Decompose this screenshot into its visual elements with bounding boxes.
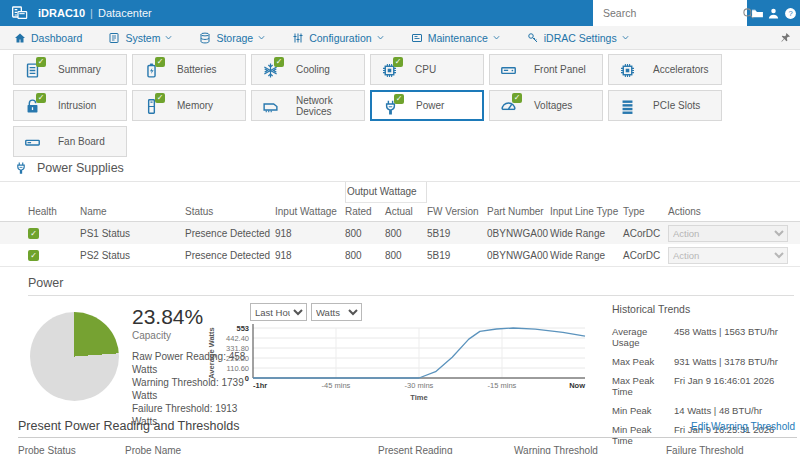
tile-front-panel[interactable]: Front Panel <box>489 54 603 85</box>
svg-text:-1hr: -1hr <box>253 381 267 390</box>
tile-voltages[interactable]: ✓Voltages <box>489 90 603 121</box>
col-status: Status <box>185 206 275 217</box>
chevron-down-icon <box>621 33 630 42</box>
cell: 800 <box>385 228 427 239</box>
top-bar: iDRAC10 | Datacenter ? <box>0 0 800 26</box>
health-cell: ✓ <box>28 249 80 261</box>
action-select[interactable]: Action <box>668 247 788 264</box>
svg-text:?: ? <box>788 9 792 18</box>
cell: 5B19 <box>427 250 487 261</box>
nav-item-storage[interactable]: Storage <box>199 32 266 44</box>
health-ok-badge: ✓ <box>394 94 404 104</box>
trend-value: 931 Watts | 3178 BTU/hr <box>674 356 797 367</box>
chevron-down-icon <box>376 33 385 42</box>
idrac-logo-icon <box>10 5 30 21</box>
nav-item-label: Configuration <box>309 32 371 44</box>
user-icon[interactable] <box>767 7 780 20</box>
power-supplies-column-headers: HealthNameStatusInput WattageRatedActual… <box>0 202 800 222</box>
health-ok-badge: ✓ <box>393 57 403 67</box>
svg-text:Average Watts: Average Watts <box>207 327 216 379</box>
cell: 0BYNWGA00 <box>487 228 550 239</box>
tile-cooling[interactable]: ✓Cooling <box>251 54 365 85</box>
tile-label: Front Panel <box>534 55 586 84</box>
historical-trend-row: Average Usage458 Watts | 1563 BTU/hr <box>612 326 797 348</box>
nav-item-dashboard[interactable]: Dashboard <box>14 32 82 44</box>
power-supply-row: ✓PS2 StatusPresence Detected9188008005B1… <box>0 244 800 267</box>
svg-text:-45 mins: -45 mins <box>322 381 351 390</box>
idrac-power-page: iDRAC10 | Datacenter ? DashboardSystemSt… <box>0 0 800 454</box>
hardware-tile-grid: ✓Summary✓Batteries✓Cooling✓CPUFront Pane… <box>13 54 793 162</box>
nav-item-maintenance[interactable]: Maintenance <box>411 32 501 44</box>
col-input-line-type: Input Line Type <box>550 206 623 217</box>
col-health: Health <box>28 206 80 217</box>
svg-text:Time: Time <box>410 393 427 402</box>
historical-trend-row: Min Peak14 Watts | 48 BTU/hr <box>612 405 797 416</box>
pin-icon[interactable] <box>780 32 791 43</box>
chevron-down-icon <box>492 33 501 42</box>
cell: Presence Detected <box>185 250 275 261</box>
help-icon[interactable]: ? <box>784 7 797 20</box>
edit-warning-threshold-link[interactable]: Edit Warning Threshold <box>691 421 795 432</box>
cell: ACorDC <box>623 228 668 239</box>
health-ok-badge: ✓ <box>512 93 522 103</box>
power-section-title: Power <box>28 276 63 290</box>
maintenance-icon <box>411 32 423 44</box>
tile-label: Cooling <box>296 55 330 84</box>
tile-power[interactable]: ✓Power <box>370 90 484 121</box>
power-supplies-table: Output Wattage HealthNameStatusInput Wat… <box>0 181 800 267</box>
nav-item-system[interactable]: System <box>108 32 173 44</box>
col-input-wattage: Input Wattage <box>275 206 345 217</box>
tile-fan-board[interactable]: Fan Board <box>13 126 127 157</box>
tile-network-devices[interactable]: Network Devices <box>251 90 365 121</box>
nav-item-label: iDRAC Settings <box>544 32 617 44</box>
tile-label: Network Devices <box>296 91 364 120</box>
tile-label: Power <box>416 92 444 119</box>
tile-summary[interactable]: ✓Summary <box>13 54 127 85</box>
tile-pcie-slots[interactable]: PCIe Slots <box>608 90 722 121</box>
health-ok-badge: ✓ <box>36 57 46 67</box>
action-select[interactable]: Action <box>668 225 788 242</box>
chevron-down-icon <box>164 33 173 42</box>
output-wattage-group-header: Output Wattage <box>345 182 427 203</box>
console-icon[interactable] <box>751 7 764 20</box>
svg-text:-15 mins: -15 mins <box>488 381 517 390</box>
trend-label: Average Usage <box>612 326 674 348</box>
tile-cpu[interactable]: ✓CPU <box>370 54 484 85</box>
thresholds-divider <box>18 437 797 438</box>
panel-icon <box>500 62 517 79</box>
tile-label: Voltages <box>534 91 572 120</box>
tile-label: Memory <box>177 91 213 120</box>
svg-text:221.20: 221.20 <box>226 354 249 363</box>
search-input[interactable] <box>593 0 742 26</box>
svg-text:110.60: 110.60 <box>227 364 249 373</box>
svg-text:442.40: 442.40 <box>226 334 249 343</box>
trend-label: Max Peak Time <box>612 375 674 397</box>
tile-batteries[interactable]: ✓Batteries <box>132 54 246 85</box>
tile-memory[interactable]: ✓Memory <box>132 90 246 121</box>
col-actions: Actions <box>668 206 800 217</box>
col-probe-status: Probe Status <box>18 441 125 454</box>
trend-value: 14 Watts | 48 BTU/hr <box>674 405 797 416</box>
svg-text:331.80: 331.80 <box>226 344 249 353</box>
power-supplies-title: Power Supplies <box>37 161 124 175</box>
tile-accelerators[interactable]: Accelerators <box>608 54 722 85</box>
main-nav: DashboardSystemStorageConfigurationMaint… <box>0 26 800 50</box>
key-icon <box>527 32 539 44</box>
trend-label: Min Peak <box>612 405 674 416</box>
col-actual: Actual <box>385 206 427 217</box>
tile-label: Batteries <box>177 55 216 84</box>
svg-text:Now: Now <box>569 381 585 390</box>
chip-icon <box>619 62 636 79</box>
tile-intrusion[interactable]: ✓Intrusion <box>13 90 127 121</box>
nav-item-configuration[interactable]: Configuration <box>292 32 384 44</box>
col-present-reading: Present Reading <box>378 441 514 454</box>
col-name: Name <box>80 206 185 217</box>
trend-value: 458 Watts | 1563 BTU/hr <box>674 326 797 348</box>
health-ok-badge: ✓ <box>28 250 39 261</box>
product-name: Datacenter <box>98 7 152 19</box>
search-box <box>593 0 747 26</box>
nav-item-idrac-settings[interactable]: iDRAC Settings <box>527 32 630 44</box>
col-failure-threshold: Failure Threshold <box>666 441 800 454</box>
tile-label: Intrusion <box>58 91 96 120</box>
health-ok-badge: ✓ <box>155 93 165 103</box>
